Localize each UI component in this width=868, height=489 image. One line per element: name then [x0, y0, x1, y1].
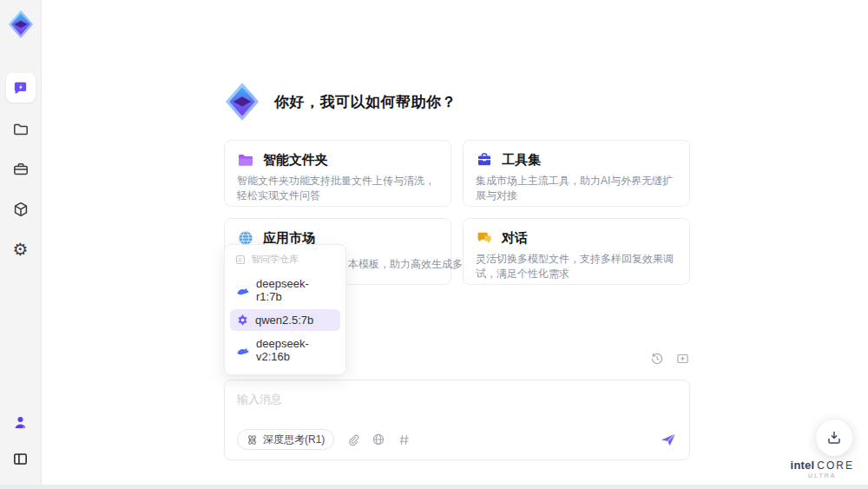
card-desc: 灵活切换多模型文件，支持多样回复效果调试，满足个性化需求 — [476, 252, 677, 281]
core-wordmark: CORE — [817, 459, 854, 472]
feature-card-smart-folder[interactable]: 智能文件夹 智能文件夹功能支持批量文件上传与清洗，轻松实现文件问答 — [224, 140, 451, 207]
globe-icon[interactable] — [372, 433, 385, 446]
new-window-icon[interactable] — [675, 352, 690, 366]
repo-icon — [235, 254, 246, 265]
card-title: 智能文件夹 — [263, 152, 328, 169]
sidebar-item-toolbox[interactable] — [6, 155, 36, 184]
greeting-title: 你好，我可以如何帮助你？ — [274, 92, 457, 112]
download-fab[interactable] — [816, 420, 852, 456]
chat-icon — [12, 80, 29, 96]
sidebar-item-apps[interactable] — [6, 195, 36, 224]
gear-icon: ⚙ — [13, 239, 29, 260]
model-dropdown-header: 智问学仓库 — [230, 251, 340, 271]
dropdown-item-deepseek-v2[interactable]: deepseek-v2:16b — [230, 333, 340, 367]
feature-card-toolset[interactable]: 工具集 集成市场上主流工具，助力AI与外界无缝扩展与对接 — [463, 140, 690, 207]
window-bottom-edge — [0, 485, 868, 489]
intel-core-ultra-badge: intel CORE ULTRA — [791, 459, 854, 479]
sidebar-item-profile[interactable] — [6, 407, 36, 437]
main-area: 你好，我可以如何帮助你？ 智能文件夹 智能文件夹功能支持批量文件上传与清洗，轻松… — [42, 0, 868, 489]
feature-card-dialog[interactable]: 对话 灵活切换多模型文件，支持多样回复效果调试，满足个性化需求 — [463, 218, 690, 285]
send-button[interactable] — [660, 431, 677, 448]
deep-think-label: 深度思考(R1) — [263, 433, 325, 447]
model-name: deepseek-r1:7b — [256, 277, 334, 303]
sidebar: ⚙ — [0, 0, 42, 489]
hash-icon[interactable] — [398, 433, 411, 446]
model-name: deepseek-v2:16b — [256, 337, 334, 363]
folder-icon — [12, 121, 30, 138]
hero: 你好，我可以如何帮助你？ — [222, 82, 457, 122]
card-title: 对话 — [502, 230, 528, 247]
atom-icon — [247, 434, 258, 446]
ultra-wordmark: ULTRA — [791, 472, 854, 479]
sidebar-item-folders[interactable] — [6, 115, 36, 144]
deep-think-toggle[interactable]: 深度思考(R1) — [237, 429, 334, 450]
model-dropdown: 智问学仓库 deepseek-r1:7b qwen2.5:7b deepseek… — [224, 244, 346, 375]
intel-wordmark: intel — [791, 459, 815, 472]
cube-icon — [12, 201, 30, 218]
sidebar-item-chat[interactable] — [6, 73, 36, 102]
model-dropdown-header-label: 智问学仓库 — [251, 253, 299, 266]
app-logo — [5, 7, 36, 42]
panel-icon — [12, 451, 29, 467]
qwen-icon — [236, 314, 249, 327]
folder-filled-icon — [237, 151, 254, 169]
card-title: 工具集 — [502, 152, 541, 169]
chat-bubbles-icon — [476, 229, 493, 247]
deepseek-whale-icon — [236, 345, 250, 356]
chat-input-box: 深度思考(R1) — [224, 380, 690, 460]
hero-logo — [222, 82, 262, 122]
dropdown-item-qwen[interactable]: qwen2.5:7b — [230, 309, 340, 331]
paperclip-icon[interactable] — [346, 433, 359, 446]
sidebar-item-settings[interactable]: ⚙ — [6, 235, 36, 264]
card-desc: 智能文件夹功能支持批量文件上传与清洗，轻松实现文件问答 — [237, 174, 438, 203]
sidebar-item-panel-toggle[interactable] — [6, 444, 36, 473]
history-icon[interactable] — [650, 352, 664, 366]
user-icon — [12, 414, 29, 431]
dropdown-item-deepseek-r1[interactable]: deepseek-r1:7b — [230, 273, 340, 307]
card-desc: 集成市场上主流工具，助力AI与外界无缝扩展与对接 — [476, 174, 677, 203]
message-input[interactable] — [225, 380, 689, 426]
download-icon — [825, 429, 843, 446]
model-name: qwen2.5:7b — [255, 314, 313, 327]
deepseek-whale-icon — [236, 285, 250, 296]
card-desc: 本模板，助力高效生成多 — [348, 257, 463, 272]
briefcase-filled-icon — [476, 151, 493, 169]
briefcase-icon — [12, 161, 30, 178]
input-toolbar: 深度思考(R1) — [237, 429, 677, 450]
